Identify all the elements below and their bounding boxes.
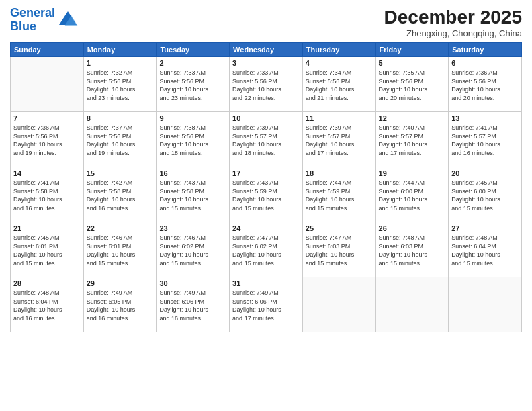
calendar-cell xyxy=(449,277,522,332)
day-info: Sunrise: 7:37 AM Sunset: 5:56 PM Dayligh… xyxy=(87,124,154,157)
day-number: 12 xyxy=(379,114,446,122)
calendar-cell xyxy=(302,277,375,332)
calendar-cell: 22Sunrise: 7:46 AM Sunset: 6:01 PM Dayli… xyxy=(83,222,157,277)
calendar-cell: 18Sunrise: 7:44 AM Sunset: 5:59 PM Dayli… xyxy=(302,167,375,222)
day-number: 20 xyxy=(451,169,519,177)
day-info: Sunrise: 7:43 AM Sunset: 5:59 PM Dayligh… xyxy=(232,179,300,212)
day-number: 7 xyxy=(13,114,81,122)
day-info: Sunrise: 7:38 AM Sunset: 5:56 PM Dayligh… xyxy=(159,124,226,157)
day-info: Sunrise: 7:48 AM Sunset: 6:04 PM Dayligh… xyxy=(13,289,81,322)
day-info: Sunrise: 7:46 AM Sunset: 6:01 PM Dayligh… xyxy=(87,234,154,267)
day-number: 24 xyxy=(232,224,300,232)
calendar-cell: 21Sunrise: 7:45 AM Sunset: 6:01 PM Dayli… xyxy=(11,222,84,277)
calendar-week-3: 14Sunrise: 7:41 AM Sunset: 5:58 PM Dayli… xyxy=(11,167,522,222)
calendar-cell: 2Sunrise: 7:33 AM Sunset: 5:56 PM Daylig… xyxy=(157,57,230,112)
calendar-cell: 30Sunrise: 7:49 AM Sunset: 6:06 PM Dayli… xyxy=(157,277,230,332)
calendar-header-saturday: Saturday xyxy=(449,43,522,57)
day-number: 9 xyxy=(159,114,226,122)
day-info: Sunrise: 7:45 AM Sunset: 6:00 PM Dayligh… xyxy=(451,179,519,212)
logo: General Blue xyxy=(10,7,78,34)
logo-line2: Blue xyxy=(10,19,36,33)
calendar-cell: 19Sunrise: 7:44 AM Sunset: 6:00 PM Dayli… xyxy=(375,167,449,222)
calendar-header-friday: Friday xyxy=(375,43,449,57)
day-info: Sunrise: 7:49 AM Sunset: 6:05 PM Dayligh… xyxy=(87,289,154,322)
calendar-cell: 25Sunrise: 7:47 AM Sunset: 6:03 PM Dayli… xyxy=(302,222,375,277)
day-number: 27 xyxy=(451,224,519,232)
calendar-cell: 10Sunrise: 7:39 AM Sunset: 5:57 PM Dayli… xyxy=(230,112,303,167)
calendar-cell: 24Sunrise: 7:47 AM Sunset: 6:02 PM Dayli… xyxy=(230,222,303,277)
calendar-cell: 13Sunrise: 7:41 AM Sunset: 5:57 PM Dayli… xyxy=(449,112,522,167)
day-number: 1 xyxy=(87,59,154,67)
day-number: 29 xyxy=(87,279,154,287)
day-info: Sunrise: 7:33 AM Sunset: 5:56 PM Dayligh… xyxy=(232,68,300,102)
calendar-cell: 27Sunrise: 7:48 AM Sunset: 6:04 PM Dayli… xyxy=(449,222,522,277)
day-number: 2 xyxy=(159,59,226,67)
calendar-cell: 14Sunrise: 7:41 AM Sunset: 5:58 PM Dayli… xyxy=(11,167,84,222)
day-number: 8 xyxy=(87,114,154,122)
day-number: 23 xyxy=(159,224,226,232)
calendar-cell xyxy=(375,277,449,332)
calendar-cell: 4Sunrise: 7:34 AM Sunset: 5:56 PM Daylig… xyxy=(302,57,375,112)
day-info: Sunrise: 7:39 AM Sunset: 5:57 PM Dayligh… xyxy=(306,124,373,157)
day-number: 14 xyxy=(13,169,81,177)
month-title: December 2025 xyxy=(384,7,522,28)
calendar-cell: 28Sunrise: 7:48 AM Sunset: 6:04 PM Dayli… xyxy=(11,277,84,332)
day-info: Sunrise: 7:42 AM Sunset: 5:58 PM Dayligh… xyxy=(87,179,154,212)
calendar-week-2: 7Sunrise: 7:36 AM Sunset: 5:56 PM Daylig… xyxy=(11,112,522,167)
page: General Blue December 2025 Zhengxing, Ch… xyxy=(0,0,532,411)
day-info: Sunrise: 7:45 AM Sunset: 6:01 PM Dayligh… xyxy=(13,234,81,267)
calendar-header-tuesday: Tuesday xyxy=(157,43,230,57)
subtitle: Zhengxing, Chongqing, China xyxy=(384,28,522,38)
day-info: Sunrise: 7:41 AM Sunset: 5:57 PM Dayligh… xyxy=(451,124,519,157)
calendar-cell: 20Sunrise: 7:45 AM Sunset: 6:00 PM Dayli… xyxy=(449,167,522,222)
calendar-header-row: SundayMondayTuesdayWednesdayThursdayFrid… xyxy=(11,43,522,57)
calendar-cell: 23Sunrise: 7:46 AM Sunset: 6:02 PM Dayli… xyxy=(157,222,230,277)
day-info: Sunrise: 7:46 AM Sunset: 6:02 PM Dayligh… xyxy=(159,234,226,267)
calendar-cell: 8Sunrise: 7:37 AM Sunset: 5:56 PM Daylig… xyxy=(83,112,157,167)
day-info: Sunrise: 7:35 AM Sunset: 5:56 PM Dayligh… xyxy=(379,68,446,102)
calendar-cell: 6Sunrise: 7:36 AM Sunset: 5:56 PM Daylig… xyxy=(449,57,522,112)
day-info: Sunrise: 7:44 AM Sunset: 6:00 PM Dayligh… xyxy=(379,179,446,212)
day-info: Sunrise: 7:36 AM Sunset: 5:56 PM Dayligh… xyxy=(13,124,81,157)
calendar-cell: 11Sunrise: 7:39 AM Sunset: 5:57 PM Dayli… xyxy=(302,112,375,167)
day-info: Sunrise: 7:47 AM Sunset: 6:03 PM Dayligh… xyxy=(306,234,373,267)
calendar-cell: 1Sunrise: 7:32 AM Sunset: 5:56 PM Daylig… xyxy=(83,57,157,112)
day-info: Sunrise: 7:33 AM Sunset: 5:56 PM Dayligh… xyxy=(159,68,226,102)
day-info: Sunrise: 7:47 AM Sunset: 6:02 PM Dayligh… xyxy=(232,234,300,267)
day-info: Sunrise: 7:48 AM Sunset: 6:03 PM Dayligh… xyxy=(379,234,446,267)
day-info: Sunrise: 7:36 AM Sunset: 5:56 PM Dayligh… xyxy=(451,68,519,102)
day-number: 28 xyxy=(13,279,81,287)
day-info: Sunrise: 7:40 AM Sunset: 5:57 PM Dayligh… xyxy=(379,124,446,157)
calendar-cell: 9Sunrise: 7:38 AM Sunset: 5:56 PM Daylig… xyxy=(157,112,230,167)
calendar-cell: 26Sunrise: 7:48 AM Sunset: 6:03 PM Dayli… xyxy=(375,222,449,277)
day-number: 17 xyxy=(232,169,300,177)
day-number: 15 xyxy=(87,169,154,177)
calendar-header-wednesday: Wednesday xyxy=(230,43,303,57)
day-info: Sunrise: 7:43 AM Sunset: 5:58 PM Dayligh… xyxy=(159,179,226,212)
header: General Blue December 2025 Zhengxing, Ch… xyxy=(10,7,522,38)
calendar-table: SundayMondayTuesdayWednesdayThursdayFrid… xyxy=(10,42,522,332)
calendar-cell: 7Sunrise: 7:36 AM Sunset: 5:56 PM Daylig… xyxy=(11,112,84,167)
calendar-header-monday: Monday xyxy=(83,43,157,57)
day-info: Sunrise: 7:49 AM Sunset: 6:06 PM Dayligh… xyxy=(232,289,300,322)
day-number: 6 xyxy=(451,59,519,67)
day-info: Sunrise: 7:32 AM Sunset: 5:56 PM Dayligh… xyxy=(87,68,154,102)
day-number: 21 xyxy=(13,224,81,232)
calendar-header-thursday: Thursday xyxy=(302,43,375,57)
calendar-cell: 29Sunrise: 7:49 AM Sunset: 6:05 PM Dayli… xyxy=(83,277,157,332)
calendar-cell: 5Sunrise: 7:35 AM Sunset: 5:56 PM Daylig… xyxy=(375,57,449,112)
day-number: 22 xyxy=(87,224,154,232)
day-info: Sunrise: 7:41 AM Sunset: 5:58 PM Dayligh… xyxy=(13,179,81,212)
logo-text: General Blue xyxy=(10,7,55,34)
day-info: Sunrise: 7:49 AM Sunset: 6:06 PM Dayligh… xyxy=(159,289,226,322)
day-number: 18 xyxy=(306,169,373,177)
day-number: 25 xyxy=(306,224,373,232)
day-number: 10 xyxy=(232,114,300,122)
day-number: 4 xyxy=(306,59,373,67)
day-number: 13 xyxy=(451,114,519,122)
calendar-cell: 15Sunrise: 7:42 AM Sunset: 5:58 PM Dayli… xyxy=(83,167,157,222)
day-info: Sunrise: 7:39 AM Sunset: 5:57 PM Dayligh… xyxy=(232,124,300,157)
calendar-week-5: 28Sunrise: 7:48 AM Sunset: 6:04 PM Dayli… xyxy=(11,277,522,332)
calendar-cell: 3Sunrise: 7:33 AM Sunset: 5:56 PM Daylig… xyxy=(230,57,303,112)
day-info: Sunrise: 7:44 AM Sunset: 5:59 PM Dayligh… xyxy=(306,179,373,212)
